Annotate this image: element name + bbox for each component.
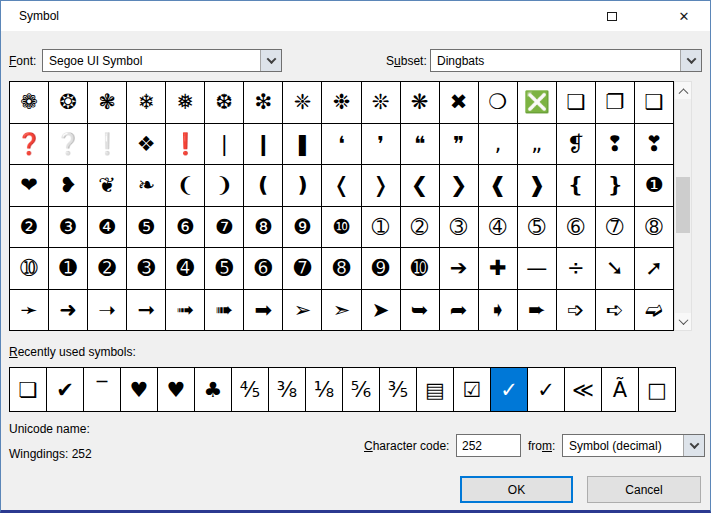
symbol-cell[interactable]: ❪ <box>244 165 283 207</box>
symbol-cell[interactable]: ➠ <box>205 290 244 332</box>
ok-button[interactable]: OK <box>460 476 573 503</box>
symbol-cell-selected[interactable]: ✓ <box>491 368 528 412</box>
symbol-cell[interactable]: ❣ <box>635 124 674 166</box>
symbol-cell[interactable]: ÷ <box>557 248 596 290</box>
symbol-cell[interactable]: ❶ <box>635 165 674 207</box>
symbol-cell[interactable]: ❮ <box>401 165 440 207</box>
symbol-cell[interactable]: ➉ <box>10 248 49 290</box>
symbol-cell[interactable]: ➚ <box>635 248 674 290</box>
symbol-cell[interactable]: ❔ <box>49 124 88 166</box>
symbol-cell[interactable]: ✚ <box>479 248 518 290</box>
symbol-cell[interactable]: ❺ <box>127 207 166 249</box>
symbol-cell[interactable]: ❸ <box>49 207 88 249</box>
symbol-cell[interactable]: ➛ <box>10 290 49 332</box>
symbol-cell[interactable]: ➫ <box>635 290 674 332</box>
symbol-cell[interactable]: ⅚ <box>343 368 380 412</box>
symbol-cell[interactable]: ❯ <box>440 165 479 207</box>
symbol-cell[interactable]: ❾ <box>283 207 322 249</box>
symbol-cell[interactable]: ➧ <box>479 290 518 332</box>
symbol-cell[interactable]: ✔ <box>47 368 84 412</box>
symbol-cell[interactable]: ❻ <box>166 207 205 249</box>
symbol-cell[interactable]: ➤ <box>362 290 401 332</box>
close-button[interactable]: ✕ <box>661 1 707 31</box>
symbol-cell[interactable]: ➅ <box>557 207 596 249</box>
symbol-cell[interactable]: ❿ <box>322 207 361 249</box>
symbol-cell[interactable]: ➪ <box>596 290 635 332</box>
symbol-cell[interactable]: ➄ <box>518 207 557 249</box>
maximize-button[interactable] <box>589 1 635 31</box>
symbol-cell[interactable]: ❈ <box>283 82 322 124</box>
symbol-cell[interactable]: ❎ <box>518 82 557 124</box>
symbol-cell[interactable]: ❽ <box>244 207 283 249</box>
symbol-cell[interactable]: ❕ <box>88 124 127 166</box>
symbol-cell[interactable]: ❞ <box>440 124 479 166</box>
symbol-cell[interactable]: ≪ <box>565 368 602 412</box>
symbol-cell[interactable]: ➏ <box>244 248 283 290</box>
symbol-cell[interactable]: ⅘ <box>232 368 269 412</box>
symbol-cell[interactable]: ❉ <box>322 82 361 124</box>
font-combo[interactable]: Segoe UI Symbol <box>42 49 282 72</box>
symbol-cell[interactable]: ❓ <box>10 124 49 166</box>
symbol-cell[interactable]: ➨ <box>518 290 557 332</box>
symbol-cell[interactable]: ➘ <box>596 248 635 290</box>
symbol-cell[interactable]: ➡ <box>244 290 283 332</box>
symbol-cell[interactable]: ❤ <box>10 165 49 207</box>
symbol-cell[interactable]: ❰ <box>479 165 518 207</box>
symbol-cell[interactable]: ☑ <box>454 368 491 412</box>
symbol-cell[interactable]: ❋ <box>401 82 440 124</box>
symbol-cell[interactable]: ➥ <box>401 290 440 332</box>
symbol-cell[interactable]: □ <box>639 368 676 412</box>
subset-combo[interactable]: Dingbats <box>430 49 702 72</box>
symbol-cell[interactable]: ❹ <box>88 207 127 249</box>
symbol-cell[interactable]: ➜ <box>49 290 88 332</box>
symbol-cell[interactable]: Ã <box>602 368 639 412</box>
symbol-cell[interactable]: ❥ <box>49 165 88 207</box>
symbol-cell[interactable]: ❘ <box>205 124 244 166</box>
symbol-cell[interactable]: ➍ <box>166 248 205 290</box>
symbol-cell[interactable]: ✖ <box>440 82 479 124</box>
scrollbar-track[interactable] <box>675 99 691 313</box>
symbol-cell[interactable]: ❫ <box>283 165 322 207</box>
character-code-input[interactable] <box>456 434 521 457</box>
scrollbar-thumb[interactable] <box>676 177 690 233</box>
symbol-cell[interactable]: ❩ <box>205 165 244 207</box>
symbol-cell[interactable]: ❏ <box>10 368 47 412</box>
symbol-cell[interactable]: ❏ <box>557 82 596 124</box>
font-combo-dropdown-button[interactable] <box>260 50 281 71</box>
symbol-cell[interactable]: ➀ <box>362 207 401 249</box>
symbol-cell[interactable]: ❜ <box>362 124 401 166</box>
symbol-cell[interactable]: ♥ <box>158 368 195 412</box>
symbol-cell[interactable]: ❗ <box>166 124 205 166</box>
symbol-cell[interactable]: ❢ <box>596 124 635 166</box>
cancel-button[interactable]: Cancel <box>587 476 701 503</box>
symbol-cell[interactable]: ❚ <box>283 124 322 166</box>
grid-scrollbar[interactable] <box>674 81 692 331</box>
symbol-cell[interactable]: ❝ <box>401 124 440 166</box>
symbol-cell[interactable]: ❂ <box>49 82 88 124</box>
symbol-cell[interactable]: ➝ <box>88 290 127 332</box>
symbol-cell[interactable]: ❄ <box>127 82 166 124</box>
symbol-cell[interactable]: ❭ <box>362 165 401 207</box>
symbol-cell[interactable]: ❡ <box>557 124 596 166</box>
symbol-cell[interactable]: — <box>518 248 557 290</box>
symbol-cell[interactable]: ❆ <box>205 82 244 124</box>
symbol-cell[interactable]: ✓ <box>528 368 565 412</box>
symbol-cell[interactable]: ❴ <box>557 165 596 207</box>
symbol-cell[interactable]: ⅛ <box>306 368 343 412</box>
symbol-cell[interactable]: ♥ <box>121 368 158 412</box>
symbol-cell[interactable]: ❖ <box>127 124 166 166</box>
symbol-cell[interactable]: ❛ <box>322 124 361 166</box>
symbol-cell[interactable]: ➋ <box>88 248 127 290</box>
symbol-cell[interactable]: ❱ <box>518 165 557 207</box>
symbol-cell[interactable]: ➊ <box>49 248 88 290</box>
symbol-cell[interactable]: ➟ <box>166 290 205 332</box>
symbol-cell[interactable]: ⅜ <box>269 368 306 412</box>
symbol-cell[interactable]: ❅ <box>166 82 205 124</box>
symbol-cell[interactable]: ❬ <box>322 165 361 207</box>
symbol-cell[interactable]: ❙ <box>244 124 283 166</box>
scroll-down-button[interactable] <box>675 313 691 330</box>
symbol-cell[interactable]: ❼ <box>205 207 244 249</box>
symbol-cell[interactable]: ➔ <box>440 248 479 290</box>
symbol-cell[interactable]: ❷ <box>10 207 49 249</box>
symbol-cell[interactable]: ➎ <box>205 248 244 290</box>
